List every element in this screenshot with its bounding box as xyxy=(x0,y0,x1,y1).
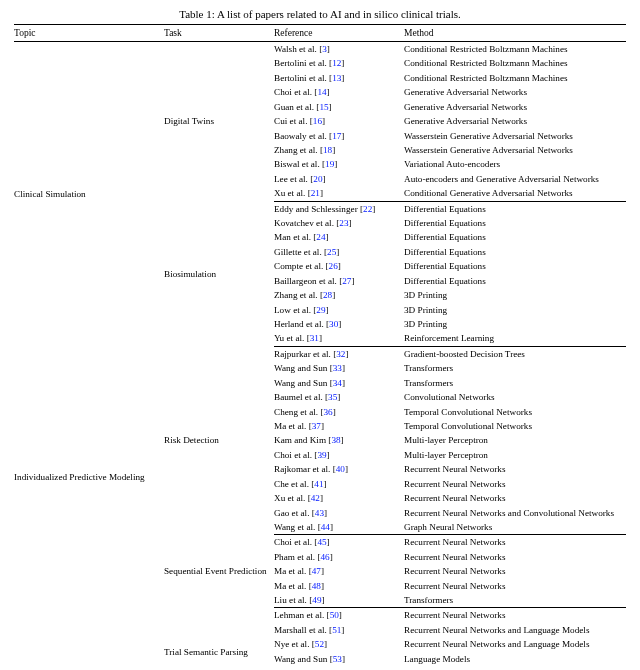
topic-cell: Clinical Simulation xyxy=(14,42,164,347)
papers-table: Topic Task Reference Method Clinical Sim… xyxy=(14,24,626,670)
method-cell: Transformers xyxy=(404,593,626,608)
method-cell: Sequence-to-sequence Networks xyxy=(404,666,626,670)
citation-link[interactable]: 51 xyxy=(332,625,341,635)
citation-link[interactable]: 49 xyxy=(312,595,321,605)
citation-link[interactable]: 22 xyxy=(363,204,372,214)
method-cell: Temporal Convolutional Networks xyxy=(404,405,626,419)
citation-link[interactable]: 20 xyxy=(313,174,322,184)
reference-cell: Cheng et al. [36] xyxy=(274,405,404,419)
citation-link[interactable]: 14 xyxy=(317,87,326,97)
citation-link[interactable]: 52 xyxy=(315,639,324,649)
citation-link[interactable]: 40 xyxy=(336,464,345,474)
method-cell: Language Models xyxy=(404,652,626,666)
method-cell: Auto-encoders and Generative Adversarial… xyxy=(404,172,626,186)
col-task: Task xyxy=(164,25,274,42)
citation-link[interactable]: 25 xyxy=(327,247,336,257)
method-cell: Recurrent Neural Networks xyxy=(404,608,626,623)
reference-cell: Rajkomar et al. [40] xyxy=(274,462,404,476)
topic-cell: Computer-aided Trial Design xyxy=(14,608,164,670)
task-cell: Risk Detection xyxy=(164,346,274,534)
citation-link[interactable]: 27 xyxy=(342,276,351,286)
method-cell: Generative Adversarial Networks xyxy=(404,100,626,114)
citation-link[interactable]: 29 xyxy=(316,305,325,315)
citation-link[interactable]: 13 xyxy=(332,73,341,83)
method-cell: Multi-layer Perceptron xyxy=(404,448,626,462)
citation-link[interactable]: 42 xyxy=(311,493,320,503)
citation-link[interactable]: 35 xyxy=(328,392,337,402)
method-cell: Recurrent Neural Networks and Convolutio… xyxy=(404,506,626,520)
method-cell: Conditional Restricted Boltzmann Machine… xyxy=(404,56,626,70)
col-topic: Topic xyxy=(14,25,164,42)
citation-link[interactable]: 28 xyxy=(323,290,332,300)
method-cell: Generative Adversarial Networks xyxy=(404,85,626,99)
citation-link[interactable]: 17 xyxy=(332,131,341,141)
reference-cell: Liu et al. [49] xyxy=(274,593,404,608)
method-cell: Conditional Restricted Boltzmann Machine… xyxy=(404,42,626,57)
method-cell: Generative Adversarial Networks xyxy=(404,114,626,128)
reference-cell: Walsh et al. [3] xyxy=(274,42,404,57)
method-cell: Wasserstein Generative Adversarial Netwo… xyxy=(404,129,626,143)
method-cell: 3D Printing xyxy=(404,303,626,317)
method-cell: Recurrent Neural Networks xyxy=(404,535,626,550)
reference-cell: Zhang et al. [28] xyxy=(274,288,404,302)
reference-cell: Rajpurkar et al. [32] xyxy=(274,346,404,361)
method-cell: Wasserstein Generative Adversarial Netwo… xyxy=(404,143,626,157)
citation-link[interactable]: 33 xyxy=(333,363,342,373)
reference-cell: Choi et al. [14] xyxy=(274,85,404,99)
method-cell: Differential Equations xyxy=(404,245,626,259)
citation-link[interactable]: 24 xyxy=(316,232,325,242)
reference-cell: Kovatchev et al. [23] xyxy=(274,216,404,230)
reference-cell: Ma et al. [37] xyxy=(274,419,404,433)
task-cell: Sequential Event Prediction xyxy=(164,535,274,608)
citation-link[interactable]: 15 xyxy=(319,102,328,112)
table-row: Clinical SimulationDigital TwinsWalsh et… xyxy=(14,42,626,57)
reference-cell: Wang et al. [54] xyxy=(274,666,404,670)
method-cell: Differential Equations xyxy=(404,274,626,288)
citation-link[interactable]: 45 xyxy=(317,537,326,547)
reference-cell: Pham et al. [46] xyxy=(274,550,404,564)
citation-link[interactable]: 38 xyxy=(331,435,340,445)
reference-cell: Marshall et al. [51] xyxy=(274,623,404,637)
reference-cell: Herland et al. [30] xyxy=(274,317,404,331)
citation-link[interactable]: 44 xyxy=(321,522,330,532)
reference-cell: Cui et al. [16] xyxy=(274,114,404,128)
citation-link[interactable]: 41 xyxy=(314,479,323,489)
method-cell: Conditional Generative Adversarial Netwo… xyxy=(404,186,626,201)
citation-link[interactable]: 34 xyxy=(333,378,342,388)
citation-link[interactable]: 18 xyxy=(323,145,332,155)
reference-cell: Nye et al. [52] xyxy=(274,637,404,651)
task-cell: Digital Twins xyxy=(164,42,274,202)
reference-cell: Lehman et al. [50] xyxy=(274,608,404,623)
reference-cell: Low et al. [29] xyxy=(274,303,404,317)
table-row: Computer-aided Trial DesignTrial Semanti… xyxy=(14,608,626,623)
citation-link[interactable]: 19 xyxy=(325,159,334,169)
citation-link[interactable]: 16 xyxy=(313,116,322,126)
caption-text: A list of papers related to AI and in si… xyxy=(217,8,461,20)
citation-link[interactable]: 30 xyxy=(329,319,338,329)
citation-link[interactable]: 39 xyxy=(317,450,326,460)
citation-link[interactable]: 37 xyxy=(312,421,321,431)
citation-link[interactable]: 32 xyxy=(336,349,345,359)
method-cell: Temporal Convolutional Networks xyxy=(404,419,626,433)
reference-cell: Yu et al. [31] xyxy=(274,331,404,346)
citation-link[interactable]: 12 xyxy=(332,58,341,68)
citation-link[interactable]: 46 xyxy=(320,552,329,562)
reference-cell: Gillette et al. [25] xyxy=(274,245,404,259)
method-cell: Graph Neural Networks xyxy=(404,520,626,535)
citation-link[interactable]: 31 xyxy=(310,333,319,343)
citation-link[interactable]: 43 xyxy=(315,508,324,518)
reference-cell: Xu et al. [21] xyxy=(274,186,404,201)
reference-cell: Bertolini et al. [12] xyxy=(274,56,404,70)
citation-link[interactable]: 50 xyxy=(330,610,339,620)
reference-cell: Kam and Kim [38] xyxy=(274,433,404,447)
citation-link[interactable]: 47 xyxy=(312,566,321,576)
reference-cell: Bertolini et al. [13] xyxy=(274,71,404,85)
citation-link[interactable]: 21 xyxy=(311,188,320,198)
task-cell: Biosimulation xyxy=(164,201,274,346)
citation-link[interactable]: 48 xyxy=(312,581,321,591)
citation-link[interactable]: 53 xyxy=(333,654,342,664)
citation-link[interactable]: 36 xyxy=(324,407,333,417)
citation-link[interactable]: 26 xyxy=(329,261,338,271)
citation-link[interactable]: 3 xyxy=(322,44,327,54)
citation-link[interactable]: 23 xyxy=(339,218,348,228)
